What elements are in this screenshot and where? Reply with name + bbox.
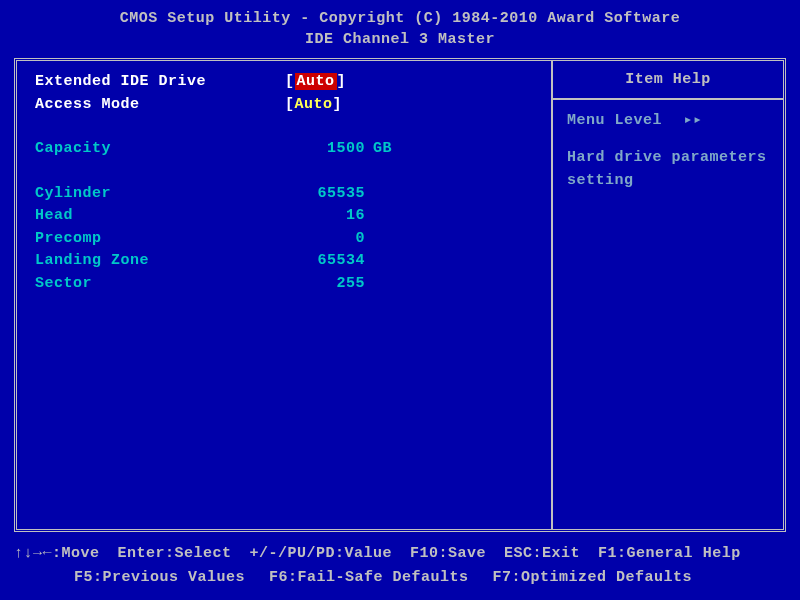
setting-value: 1500 [255, 138, 365, 161]
help-body: Menu Level ▸▸ Hard drive parameters sett… [553, 100, 783, 202]
menu-level: Menu Level ▸▸ [567, 110, 769, 129]
setting-head: Head 16 [35, 205, 533, 228]
setting-value: 65534 [255, 250, 365, 273]
setting-label: Landing Zone [35, 250, 255, 273]
setting-sector: Sector 255 [35, 273, 533, 296]
hint-general-help: F1:General Help [598, 542, 741, 566]
main-box: Extended IDE Drive [Auto] Access Mode [A… [14, 58, 786, 532]
footer-row-1: ↑↓→←:Move Enter:Select +/-/PU/PD:Value F… [14, 542, 786, 566]
setting-value: 0 [255, 228, 365, 251]
hint-save: F10:Save [410, 542, 486, 566]
setting-value: 16 [255, 205, 365, 228]
hint-exit: ESC:Exit [504, 542, 580, 566]
setting-value: 65535 [255, 183, 365, 206]
help-title: Item Help [553, 61, 783, 100]
help-text: Hard drive parameters setting [567, 147, 769, 192]
hint-move: ↑↓→←:Move [14, 542, 100, 566]
setting-value-bracket: [Auto] [285, 71, 346, 94]
footer-row-2: F5:Previous Values F6:Fail-Safe Defaults… [14, 566, 786, 590]
help-panel: Item Help Menu Level ▸▸ Hard drive param… [553, 61, 783, 529]
menu-level-label: Menu Level [567, 112, 662, 129]
header-title: CMOS Setup Utility - Copyright (C) 1984-… [0, 8, 800, 29]
setting-value: 255 [255, 273, 365, 296]
settings-panel: Extended IDE Drive [Auto] Access Mode [A… [17, 61, 553, 529]
setting-label: Sector [35, 273, 255, 296]
hint-previous: F5:Previous Values [74, 566, 245, 590]
setting-access-mode[interactable]: Access Mode [Auto] [35, 94, 533, 117]
setting-label: Access Mode [35, 94, 255, 117]
menu-level-indicator-icon: ▸▸ [684, 112, 703, 129]
hint-enter: Enter:Select [118, 542, 232, 566]
setting-precomp: Precomp 0 [35, 228, 533, 251]
header-subtitle: IDE Channel 3 Master [0, 29, 800, 50]
hint-failsafe: F6:Fail-Safe Defaults [269, 566, 469, 590]
setting-extended-ide[interactable]: Extended IDE Drive [Auto] [35, 71, 533, 94]
setting-label: Head [35, 205, 255, 228]
setting-label: Capacity [35, 138, 255, 161]
setting-cylinder: Cylinder 65535 [35, 183, 533, 206]
setting-unit: GB [373, 138, 392, 161]
hint-optimized: F7:Optimized Defaults [493, 566, 693, 590]
header: CMOS Setup Utility - Copyright (C) 1984-… [0, 0, 800, 54]
setting-capacity: Capacity 1500 GB [35, 138, 533, 161]
setting-label: Precomp [35, 228, 255, 251]
setting-landing-zone: Landing Zone 65534 [35, 250, 533, 273]
setting-value-bracket: [Auto] [285, 94, 342, 117]
bios-screen: CMOS Setup Utility - Copyright (C) 1984-… [0, 0, 800, 600]
hint-value: +/-/PU/PD:Value [250, 542, 393, 566]
footer: ↑↓→←:Move Enter:Select +/-/PU/PD:Value F… [0, 536, 800, 600]
setting-label: Cylinder [35, 183, 255, 206]
setting-label: Extended IDE Drive [35, 71, 255, 94]
